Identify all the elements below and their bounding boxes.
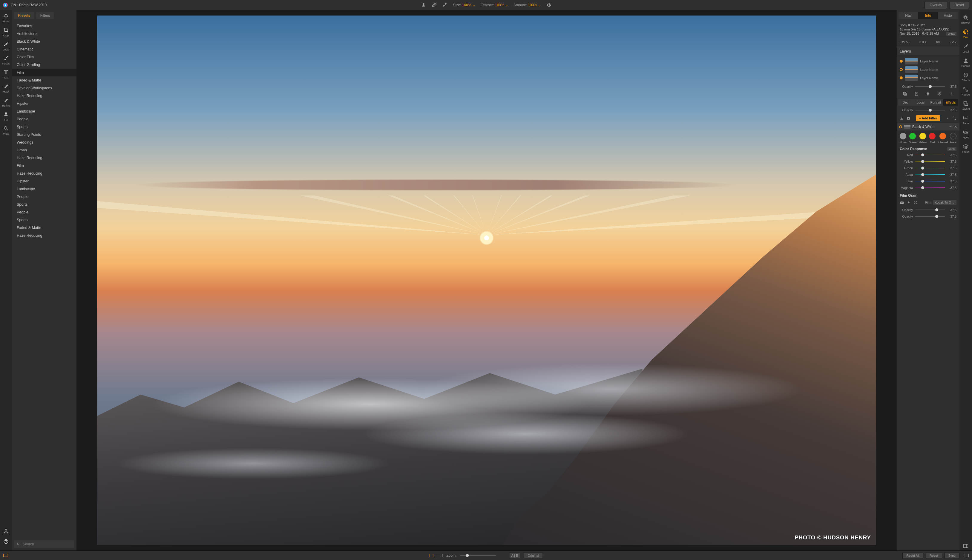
preset-item[interactable]: Starting Points <box>12 131 77 138</box>
preset-item[interactable]: Faded & Matte <box>12 77 77 84</box>
tool-faces[interactable]: Faces <box>2 55 10 65</box>
tab-nav[interactable]: Nav <box>899 12 918 19</box>
preset-item[interactable]: Haze Reducing <box>12 92 77 100</box>
preset-item[interactable]: Landscape <box>12 107 77 115</box>
target-icon[interactable] <box>913 200 918 205</box>
reset-button-bottom[interactable]: Reset <box>926 552 942 559</box>
auto-badge[interactable]: Auto <box>947 147 957 151</box>
edit-tab-local[interactable]: Local <box>913 99 929 106</box>
preset-item[interactable]: Develop Workspaces <box>12 84 77 92</box>
reset-all-button[interactable]: Reset All <box>902 552 923 559</box>
layer-visibility-icon[interactable] <box>900 60 903 63</box>
mode-local[interactable]: Local <box>962 43 969 53</box>
compare-split-icon[interactable] <box>437 554 443 557</box>
undo-icon[interactable]: ↶ <box>949 125 952 129</box>
preset-item[interactable]: Architecture <box>12 30 77 38</box>
help-icon[interactable] <box>3 538 9 545</box>
bw-swatch[interactable]: ⌄More <box>950 133 957 144</box>
sync-button[interactable]: Sync <box>945 552 959 559</box>
filter-gear-icon[interactable] <box>946 116 950 120</box>
duplicate-icon[interactable] <box>903 92 907 96</box>
bw-swatch[interactable]: None <box>900 133 907 144</box>
user-icon[interactable] <box>3 528 9 534</box>
effects-opacity-slider[interactable]: Opacity 37.5 <box>897 107 959 113</box>
preset-item[interactable]: Cinematic <box>12 45 77 53</box>
preset-item[interactable]: Hipster <box>12 177 77 185</box>
preset-item[interactable]: Landscape <box>12 185 77 193</box>
camera-small-icon[interactable] <box>906 116 910 120</box>
preset-item[interactable]: Black & White <box>12 38 77 45</box>
preset-item[interactable]: Sports <box>12 216 77 224</box>
add-filter-button[interactable]: + Add Filter <box>916 115 940 121</box>
preset-item[interactable]: Urban <box>12 146 77 154</box>
preset-item[interactable]: Haze Reducing <box>12 232 77 239</box>
mode-focus[interactable]: Focus <box>962 143 970 153</box>
grain-opacity-1[interactable]: Opacity 37.5 <box>897 207 959 213</box>
feather-control[interactable]: Feather: 100% ⌄ <box>481 3 508 7</box>
original-button[interactable]: Original <box>524 552 543 559</box>
ab-compare[interactable]: A | B <box>509 552 520 559</box>
zoom-slider[interactable] <box>460 555 496 556</box>
film-strip-icon[interactable] <box>3 553 8 558</box>
size-control[interactable]: Size: 100% ⌄ <box>453 3 475 7</box>
mode-portrait[interactable]: Portrait <box>961 57 970 67</box>
tool-move[interactable]: Move <box>3 13 9 23</box>
preset-item[interactable]: Film <box>12 69 77 77</box>
tab-histo[interactable]: Histo <box>938 12 958 19</box>
preset-search[interactable] <box>14 540 74 548</box>
reset-button[interactable]: Reset <box>950 1 969 9</box>
preset-item[interactable]: Film <box>12 162 77 170</box>
tool-text[interactable]: TText <box>3 69 9 79</box>
tab-filters[interactable]: Filters <box>36 12 54 19</box>
layer-visibility-icon[interactable] <box>900 77 903 79</box>
panel-toggle-icon[interactable] <box>963 544 969 548</box>
channel-slider[interactable]: Yellow 37.5 <box>897 158 959 165</box>
layers-icon[interactable] <box>926 92 930 96</box>
preset-item[interactable]: Color Film <box>12 53 77 61</box>
copy-icon[interactable] <box>914 92 919 96</box>
film-selector[interactable]: FilmKodak Tri-X ⌄ <box>925 200 957 205</box>
channel-slider[interactable]: Blue 37.5 <box>897 178 959 185</box>
tool-mask[interactable]: Mask <box>3 83 9 93</box>
bw-swatch[interactable]: Green <box>909 133 917 144</box>
preset-item[interactable]: Sports <box>12 201 77 208</box>
canvas-viewport[interactable]: PHOTO © HUDSON HENRY <box>77 10 897 550</box>
edit-tab-effects[interactable]: Effects <box>943 99 959 106</box>
preset-list[interactable]: FavoritesArchitectureBlack & WhiteCinema… <box>12 21 77 538</box>
preset-item[interactable]: Favorites <box>12 22 77 30</box>
tool-local[interactable]: Local <box>3 41 9 51</box>
preset-item[interactable]: Sports <box>12 123 77 131</box>
mode-effects[interactable]: FXEffects <box>962 72 970 82</box>
bw-swatch[interactable]: Yellow <box>919 133 927 144</box>
preset-item[interactable]: Hipster <box>12 100 77 107</box>
preset-item[interactable]: Haze Reducing <box>12 170 77 177</box>
settings-icon[interactable] <box>937 92 942 96</box>
preset-item[interactable]: Color Grading <box>12 61 77 69</box>
channel-slider[interactable]: Green 37.5 <box>897 165 959 171</box>
tool-view[interactable]: View <box>3 125 9 135</box>
preset-item[interactable]: Haze Reducing <box>12 154 77 162</box>
mode-hdr[interactable]: HDR <box>962 129 969 139</box>
tool-fix[interactable]: Fix <box>3 111 9 121</box>
preset-item[interactable]: Faded & Matte <box>12 224 77 232</box>
preset-item[interactable]: Weddings <box>12 138 77 146</box>
amount-control[interactable]: Amount: 100% ⌄ <box>513 3 541 7</box>
preset-item[interactable]: People <box>12 193 77 201</box>
camera2-icon[interactable] <box>900 200 904 205</box>
eraser-icon[interactable] <box>432 2 437 8</box>
mode-layers[interactable]: Layers <box>962 100 970 110</box>
layer-row[interactable]: Layer Name <box>897 57 959 65</box>
add-icon[interactable] <box>949 92 954 96</box>
filter-visibility-icon[interactable] <box>899 125 902 128</box>
magic-wand-icon[interactable] <box>443 2 448 8</box>
bw-swatch[interactable]: Red <box>929 133 935 144</box>
tool-crop[interactable]: Crop <box>3 27 9 37</box>
filter-header[interactable]: Black & White ↶ ✕ <box>897 123 959 130</box>
expand-icon[interactable] <box>952 116 957 120</box>
edit-tab-portrait[interactable]: Portrait <box>928 99 943 106</box>
stamp-icon[interactable] <box>421 2 426 8</box>
edit-tab-dev[interactable]: Dev <box>898 99 913 106</box>
overlay-button[interactable]: Overlay <box>925 1 947 9</box>
tab-presets[interactable]: Presets <box>14 12 34 19</box>
channel-slider[interactable]: Aqua 37.5 <box>897 171 959 178</box>
